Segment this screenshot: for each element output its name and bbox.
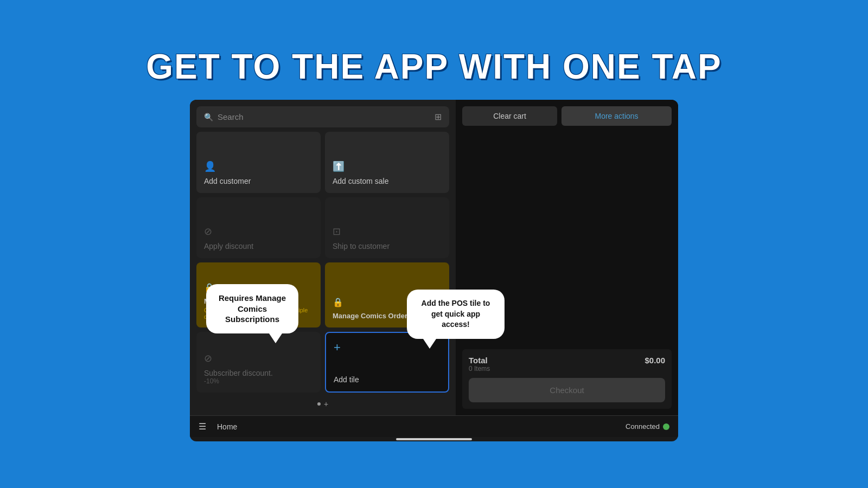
- bottom-bar: ☰ Home Connected: [190, 415, 678, 437]
- app-frame: 🔍 Search ⊞ 👤 Add customer ⬆️ Add custom …: [190, 100, 678, 441]
- dot-1: [317, 402, 321, 406]
- tiles-grid: 👤 Add customer ⬆️ Add custom sale ⊘ Appl…: [196, 132, 449, 393]
- customer-icon: 👤: [204, 160, 313, 172]
- custom-sale-icon: ⬆️: [333, 160, 442, 172]
- search-bar[interactable]: 🔍 Search ⊞: [196, 106, 449, 127]
- total-row: Total 0 Items $0.00: [469, 356, 665, 373]
- search-icon: 🔍: [204, 113, 213, 121]
- total-label: Total: [469, 356, 490, 365]
- tile-subscriber-discount-label: Subscriber discount.: [204, 369, 313, 377]
- bubble-right-text: Add the POS tile to get quick app access…: [422, 299, 490, 329]
- more-actions-button[interactable]: More actions: [561, 106, 672, 126]
- clear-cart-button[interactable]: Clear cart: [462, 106, 557, 126]
- bubble-left-text: Requires Manage Comics Subscriptions: [219, 293, 286, 324]
- dot-plus[interactable]: +: [324, 400, 328, 408]
- connected-badge: Connected: [626, 422, 669, 431]
- checkout-button[interactable]: Checkout: [469, 378, 665, 402]
- tile-add-custom-sale-label: Add custom sale: [333, 177, 442, 185]
- subscriber-discount-icon: ⊘: [204, 352, 313, 364]
- tile-add-custom-sale[interactable]: ⬆️ Add custom sale: [325, 132, 449, 193]
- left-panel: 🔍 Search ⊞ 👤 Add customer ⬆️ Add custom …: [190, 100, 456, 415]
- hamburger-icon[interactable]: ☰: [199, 421, 206, 432]
- connected-indicator: [663, 423, 669, 430]
- tile-add-customer-label: Add customer: [204, 177, 313, 185]
- tile-ship-to-customer-label: Ship to customer: [333, 242, 442, 251]
- right-panel: Clear cart More actions Total 0 Items $0…: [456, 100, 678, 415]
- tile-apply-discount[interactable]: ⊘ Apply discount: [196, 197, 321, 259]
- home-label: Home: [217, 422, 237, 431]
- action-buttons: Clear cart More actions: [462, 106, 672, 126]
- tile-subscriber-discount-percent: -10%: [204, 377, 313, 385]
- page-dots: +: [196, 397, 449, 409]
- search-placeholder: Search: [218, 112, 244, 121]
- tile-subscriber-discount[interactable]: ⊘ Subscriber discount. -10%: [196, 332, 321, 393]
- headline: GET TO THE APP WITH ONE TAP: [146, 47, 722, 87]
- scroll-indicator: [396, 438, 472, 440]
- total-amount: $0.00: [644, 356, 665, 365]
- bubble-left: Requires Manage Comics Subscriptions: [206, 284, 298, 333]
- grid-icon: ⊞: [435, 112, 442, 122]
- connected-label: Connected: [626, 422, 660, 431]
- tile-add-customer[interactable]: 👤 Add customer: [196, 132, 321, 193]
- tile-add-tile-label: Add tile: [334, 375, 441, 384]
- tile-apply-discount-label: Apply discount: [204, 242, 313, 251]
- total-section: Total 0 Items $0.00 Checkout: [462, 349, 672, 409]
- discount-icon: ⊘: [204, 226, 313, 237]
- ship-icon: ⊡: [333, 226, 442, 237]
- bubble-right: Add the POS tile to get quick app access…: [407, 290, 505, 339]
- tile-ship-to-customer[interactable]: ⊡ Ship to customer: [325, 197, 449, 259]
- total-items: 0 Items: [469, 365, 490, 373]
